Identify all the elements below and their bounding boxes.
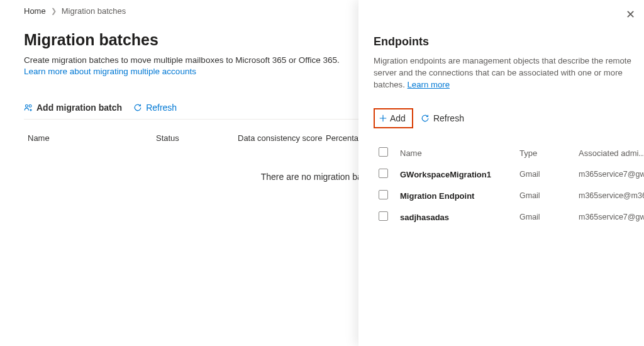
row-checkbox[interactable]: [379, 190, 388, 199]
col-endpoint-type[interactable]: Type: [519, 148, 579, 158]
svg-point-1: [29, 104, 31, 107]
add-label: Add: [390, 113, 406, 123]
col-dcs[interactable]: Data consistency score: [238, 133, 326, 143]
endpoints-table: Name Type Associated admi... GWorkspaceM…: [374, 142, 644, 228]
select-all-checkbox[interactable]: [379, 147, 388, 157]
table-row[interactable]: Migration Endpoint Gmail m365service@m36…: [374, 185, 644, 206]
endpoints-table-header: Name Type Associated admi...: [374, 142, 644, 164]
row-type: Gmail: [519, 170, 579, 179]
refresh-label: Refresh: [146, 103, 177, 113]
row-admin: m365service7@gwo: [579, 170, 644, 179]
svg-point-0: [25, 104, 28, 107]
panel-description: Migration endpoints are management objec…: [374, 55, 644, 91]
row-name: sadjhasadas: [400, 213, 519, 222]
row-checkbox[interactable]: [379, 211, 388, 221]
add-user-icon: [24, 103, 33, 112]
add-migration-batch-button[interactable]: Add migration batch: [24, 103, 122, 113]
close-icon[interactable]: ✕: [626, 8, 635, 21]
panel-title: Endpoints: [374, 35, 644, 48]
row-admin: m365service@m365: [579, 191, 644, 200]
col-endpoint-admin[interactable]: Associated admi...: [579, 148, 644, 158]
breadcrumb-home[interactable]: Home: [24, 6, 46, 16]
panel-learn-more-link[interactable]: Learn more: [408, 80, 450, 89]
main-refresh-button[interactable]: Refresh: [133, 103, 177, 113]
row-type: Gmail: [519, 213, 579, 221]
panel-refresh-label: Refresh: [433, 113, 464, 123]
row-checkbox[interactable]: [379, 169, 388, 178]
learn-more-link[interactable]: Learn more about migrating multiple acco…: [24, 67, 196, 76]
col-endpoint-name[interactable]: Name: [400, 148, 519, 158]
row-admin: m365service7@gwo: [579, 213, 644, 221]
chevron-right-icon: ❯: [51, 7, 57, 15]
table-row[interactable]: sadjhasadas Gmail m365service7@gwo: [374, 206, 644, 228]
add-batch-label: Add migration batch: [36, 103, 122, 113]
breadcrumb-current: Migration batches: [62, 6, 126, 16]
plus-icon: [379, 114, 387, 123]
row-name: GWorkspaceMigration1: [400, 170, 519, 179]
panel-refresh-button[interactable]: Refresh: [421, 113, 464, 123]
endpoints-panel: ✕ Endpoints Migration endpoints are mana…: [358, 0, 644, 346]
col-name[interactable]: Name: [24, 133, 156, 143]
refresh-icon: [421, 114, 430, 123]
row-name: Migration Endpoint: [400, 191, 519, 201]
row-type: Gmail: [519, 191, 579, 200]
col-status[interactable]: Status: [156, 133, 238, 143]
add-endpoint-button[interactable]: Add: [374, 108, 413, 128]
panel-toolbar: Add Refresh: [374, 108, 644, 128]
refresh-icon: [133, 103, 142, 112]
table-row[interactable]: GWorkspaceMigration1 Gmail m365service7@…: [374, 164, 644, 185]
